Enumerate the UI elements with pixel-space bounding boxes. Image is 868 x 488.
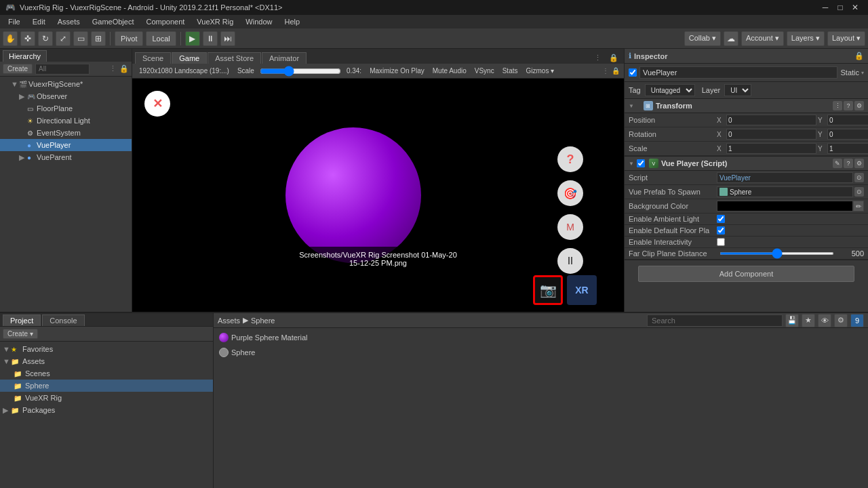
view-lock-icon[interactable]: 🔒 [606, 52, 621, 64]
rect-tool-button[interactable]: ▭ [73, 31, 88, 46]
game-target-button[interactable]: 🎯 [557, 180, 583, 206]
game-menu-button[interactable]: M [557, 214, 583, 240]
tab-asset-store[interactable]: Asset Store [208, 52, 261, 64]
rotate-tool-button[interactable]: ↻ [38, 31, 53, 46]
prefab-target-button[interactable]: ⊙ [854, 187, 864, 197]
camera-screenshot-button[interactable]: 📷 [533, 275, 563, 305]
object-name-field[interactable] [639, 66, 837, 79]
scale-x-input[interactable] [726, 143, 816, 154]
pos-y-input[interactable] [827, 115, 868, 125]
asset-item-material[interactable]: Purple Sphere Material [216, 331, 865, 344]
tree-item-dirlight[interactable]: ☀ Directional Light [0, 115, 132, 127]
project-assets[interactable]: ▼ 📁 Assets [0, 355, 213, 367]
transform-tool-button[interactable]: ⊞ [91, 31, 106, 46]
project-favorites[interactable]: ▼ ★ Favorites [0, 343, 213, 355]
vue-player-header[interactable]: ▼ V Vue Player (Script) ✎ ? ⚙ [625, 157, 868, 171]
cloud-button[interactable]: ☁ [724, 31, 738, 46]
collab-button[interactable]: Collab ▾ [684, 31, 721, 46]
vue-player-help-button[interactable]: ? [844, 159, 853, 168]
breadcrumb-sphere[interactable]: Sphere [251, 317, 275, 325]
stats[interactable]: Stats [500, 66, 521, 75]
asset-item-sphere[interactable]: Sphere [216, 346, 865, 359]
resolution-selector[interactable]: 1920x1080 Landscape (19:...) [136, 66, 232, 75]
far-clip-slider[interactable] [719, 252, 834, 255]
scale-slider[interactable] [260, 67, 341, 75]
enable-interactivity-checkbox[interactable] [717, 238, 725, 246]
hierarchy-create-button[interactable]: Create [3, 64, 33, 74]
rot-x-input[interactable] [726, 129, 816, 140]
transform-options-button[interactable]: ⋮ [833, 101, 842, 110]
background-color-swatch[interactable] [717, 201, 853, 211]
menu-file[interactable]: File [3, 16, 26, 27]
project-create-button[interactable]: Create ▾ [3, 329, 38, 339]
static-arrow[interactable]: ▾ [861, 70, 864, 76]
assets-arrow[interactable]: ▼ [3, 357, 11, 365]
assets-star-button[interactable]: ★ [802, 314, 815, 327]
menu-assets[interactable]: Assets [52, 16, 85, 27]
minimize-button[interactable]: ─ [818, 0, 833, 15]
vsync[interactable]: VSync [472, 66, 497, 75]
expand-arrow[interactable]: ▶ [19, 92, 27, 101]
fav-arrow[interactable]: ▼ [3, 345, 11, 353]
transform-gear-button[interactable]: ⚙ [854, 101, 864, 110]
pause-button[interactable]: ⏸ [203, 31, 218, 46]
hierarchy-search-input[interactable] [35, 64, 90, 75]
vue-player-active-checkbox[interactable] [637, 159, 645, 167]
layout-button[interactable]: Layout ▾ [827, 31, 865, 46]
tree-item-vueplayer[interactable]: ● VuePlayer [0, 139, 132, 151]
tab-animator[interactable]: Animator [262, 52, 307, 64]
tree-item-floorplane[interactable]: ▭ FloorPlane [0, 102, 132, 115]
vue-player-gear-button[interactable]: ⚙ [854, 159, 864, 168]
tree-item-scene[interactable]: ▼ 🎬 VuexrRigScene* [0, 78, 132, 90]
tab-game[interactable]: Game [172, 52, 207, 64]
scale-tool-button[interactable]: ⤢ [56, 31, 71, 46]
layer-selector[interactable]: UI [724, 84, 751, 96]
play-button[interactable]: ▶ [185, 31, 200, 46]
pos-x-input[interactable] [726, 115, 816, 125]
move-tool-button[interactable]: ✜ [20, 31, 35, 46]
account-button[interactable]: Account ▾ [741, 31, 784, 46]
step-button[interactable]: ⏭ [220, 31, 235, 46]
menu-gameobject[interactable]: GameObject [87, 16, 140, 27]
hand-tool-button[interactable]: ✋ [3, 31, 18, 46]
maximize-button[interactable]: □ [833, 0, 848, 15]
enable-floor-checkbox[interactable] [717, 226, 725, 235]
assets-settings-button[interactable]: ⚙ [834, 314, 848, 327]
assets-save-button[interactable]: 💾 [785, 314, 799, 327]
add-component-button[interactable]: Add Component [638, 266, 854, 282]
menu-component[interactable]: Component [140, 16, 190, 27]
menu-help[interactable]: Help [279, 16, 305, 27]
tree-item-observer[interactable]: ▶ 🎮 Observer [0, 90, 132, 102]
prefab-value[interactable]: Sphere [717, 186, 853, 197]
object-active-checkbox[interactable] [629, 68, 637, 77]
menu-window[interactable]: Window [240, 16, 277, 27]
pivot-button[interactable]: Pivot [115, 31, 143, 46]
color-picker-button[interactable]: ✏ [853, 201, 864, 211]
transform-header[interactable]: ▼ ⊞ Transform ⋮ ? ⚙ [625, 99, 868, 113]
expand-arrow[interactable]: ▼ [11, 80, 19, 88]
project-sphere[interactable]: 📁 Sphere [0, 380, 213, 392]
enable-ambient-checkbox[interactable] [717, 215, 725, 223]
hierarchy-lock-icon[interactable]: 🔒 [119, 64, 129, 73]
mute-audio[interactable]: Mute Audio [430, 66, 469, 75]
layers-button[interactable]: Layers ▾ [787, 31, 825, 46]
game-options-icon[interactable]: ⋮ [602, 67, 609, 75]
project-vuexr[interactable]: 📁 VueXR Rig [0, 392, 213, 404]
tree-item-eventsystem[interactable]: ⚙ EventSystem [0, 127, 132, 139]
breadcrumb-assets[interactable]: Assets [218, 317, 240, 325]
tree-item-vueparent[interactable]: ▶ ● VueParent [0, 151, 132, 163]
assets-search-input[interactable] [647, 314, 783, 327]
packages-arrow[interactable]: ▶ [3, 406, 11, 415]
project-scenes[interactable]: 📁 Scenes [0, 367, 213, 380]
view-options-icon[interactable]: ⋮ [590, 52, 606, 64]
local-button[interactable]: Local [146, 31, 176, 46]
maximize-on-play[interactable]: Maximize On Play [367, 66, 427, 75]
game-close-button[interactable]: ✕ [144, 91, 170, 117]
scale-y-input[interactable] [827, 143, 868, 154]
project-tab[interactable]: Project [3, 314, 41, 326]
transform-help-button[interactable]: ? [844, 101, 853, 110]
hierarchy-options-icon[interactable]: ⋮ [109, 64, 117, 73]
close-button[interactable]: ✕ [848, 0, 863, 15]
console-tab[interactable]: Console [42, 314, 84, 326]
rot-y-input[interactable] [827, 129, 868, 140]
